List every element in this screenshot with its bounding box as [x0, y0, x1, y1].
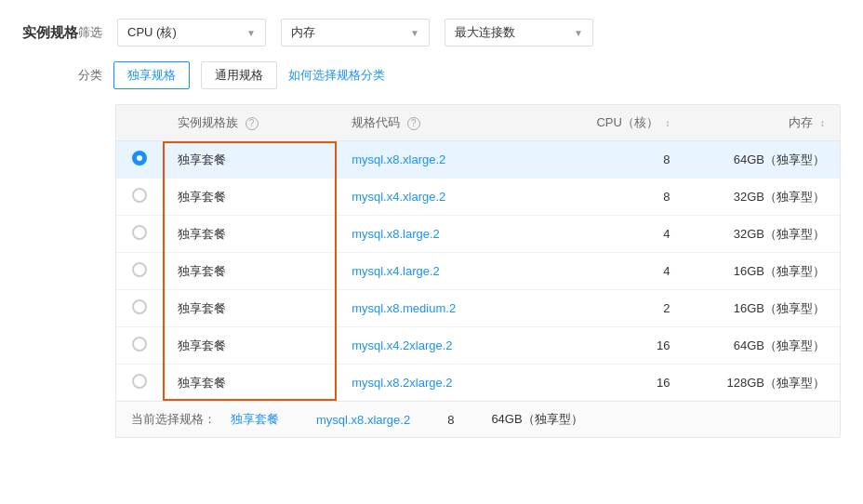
- col-header-code: 规格代码 ?: [337, 105, 530, 141]
- row-family: 独享套餐: [163, 179, 337, 216]
- row-cpu: 4: [530, 253, 684, 290]
- page-title: 实例规格: [22, 24, 78, 40]
- row-code: mysql.x4.large.2: [337, 253, 530, 290]
- row-radio-cell: [116, 141, 163, 179]
- family-highlight-box: [163, 289, 337, 327]
- status-bar-memory: 64GB（独享型）: [491, 411, 582, 428]
- category-label: 分类: [78, 67, 102, 84]
- row-family: 独享套餐: [163, 141, 337, 179]
- family-highlight-box: [163, 215, 337, 253]
- row-memory: 32GB（独享型）: [685, 179, 840, 216]
- row-memory: 16GB（独享型）: [685, 290, 840, 327]
- row-radio-cell: [116, 365, 163, 402]
- radio-button[interactable]: [132, 151, 147, 166]
- col-header-radio: [116, 105, 163, 141]
- row-cpu: 8: [530, 141, 684, 179]
- row-memory: 64GB（独享型）: [685, 141, 840, 179]
- row-family: 独享套餐: [163, 365, 337, 402]
- code-info-icon[interactable]: ?: [407, 117, 420, 130]
- col-header-family: 实例规格族 ?: [163, 105, 337, 141]
- maxconn-filter-chevron-icon: ▼: [574, 28, 583, 38]
- status-bar-cpu: 8: [447, 413, 454, 427]
- row-code: mysql.x8.medium.2: [337, 290, 530, 327]
- maxconn-filter-label: 最大连接数: [455, 24, 515, 41]
- radio-button[interactable]: [132, 337, 147, 351]
- table-row[interactable]: 独享套餐mysql.x8.xlarge.2864GB（独享型）: [116, 141, 840, 179]
- row-code: mysql.x4.2xlarge.2: [337, 327, 530, 365]
- cpu-filter-label: CPU (核): [127, 24, 177, 41]
- row-cpu: 2: [530, 290, 684, 327]
- row-family: 独享套餐: [163, 327, 337, 365]
- row-family: 独享套餐: [163, 216, 337, 253]
- maxconn-filter-select[interactable]: 最大连接数 ▼: [445, 19, 593, 46]
- family-highlight-box: [163, 326, 337, 365]
- cpu-filter-select[interactable]: CPU (核) ▼: [117, 19, 266, 46]
- cpu-sort-icon[interactable]: ↕: [666, 118, 670, 128]
- filter-label: 筛选: [78, 24, 102, 41]
- memory-sort-icon[interactable]: ↕: [820, 118, 825, 128]
- row-cpu: 4: [530, 216, 684, 253]
- family-highlight-box: [163, 252, 337, 290]
- row-code: mysql.x8.2xlarge.2: [337, 365, 530, 402]
- help-category-link[interactable]: 如何选择规格分类: [288, 67, 385, 84]
- row-radio-cell: [116, 290, 163, 327]
- memory-filter-label: 内存: [291, 24, 315, 41]
- radio-button[interactable]: [132, 262, 147, 277]
- table-row[interactable]: 独享套餐mysql.x8.medium.2216GB（独享型）: [116, 290, 840, 327]
- family-info-icon[interactable]: ?: [246, 117, 259, 130]
- col-header-memory: 内存 ↕: [685, 105, 840, 141]
- status-bar-label: 当前选择规格：: [131, 411, 216, 428]
- table-row[interactable]: 独享套餐mysql.x4.large.2416GB（独享型）: [116, 253, 840, 290]
- row-memory: 32GB（独享型）: [685, 216, 840, 253]
- status-bar-code: mysql.x8.xlarge.2: [316, 413, 410, 427]
- row-cpu: 16: [530, 327, 684, 365]
- memory-filter-select[interactable]: 内存 ▼: [281, 19, 430, 46]
- radio-button[interactable]: [132, 225, 147, 240]
- family-highlight-box: [163, 141, 337, 179]
- row-radio-cell: [116, 327, 163, 365]
- row-code: mysql.x4.xlarge.2: [337, 179, 530, 216]
- family-highlight-box: [163, 178, 337, 216]
- row-code: mysql.x8.large.2: [337, 216, 530, 253]
- row-memory: 16GB（独享型）: [685, 253, 840, 290]
- row-radio-cell: [116, 179, 163, 216]
- status-bar: 当前选择规格： 独享套餐 mysql.x8.xlarge.2 8 64GB（独享…: [116, 401, 840, 437]
- row-radio-cell: [116, 216, 163, 253]
- row-family: 独享套餐: [163, 253, 337, 290]
- general-spec-button[interactable]: 通用规格: [201, 61, 277, 89]
- table-row[interactable]: 独享套餐mysql.x4.xlarge.2832GB（独享型）: [116, 179, 840, 216]
- table-row[interactable]: 独享套餐mysql.x4.2xlarge.21664GB（独享型）: [116, 327, 840, 365]
- table-row[interactable]: 独享套餐mysql.x8.2xlarge.216128GB（独享型）: [116, 365, 840, 402]
- radio-button[interactable]: [132, 299, 147, 314]
- col-header-cpu: CPU（核） ↕: [530, 105, 684, 141]
- family-highlight-box: [163, 364, 337, 401]
- row-cpu: 8: [530, 179, 684, 216]
- memory-filter-chevron-icon: ▼: [410, 28, 419, 38]
- row-memory: 128GB（独享型）: [685, 365, 840, 402]
- row-code: mysql.x8.xlarge.2: [337, 141, 530, 179]
- radio-button[interactable]: [132, 188, 147, 203]
- cpu-filter-chevron-icon: ▼: [246, 28, 256, 38]
- radio-button[interactable]: [132, 374, 147, 389]
- row-radio-cell: [116, 253, 163, 290]
- row-cpu: 16: [530, 365, 684, 402]
- row-memory: 64GB（独享型）: [685, 327, 840, 365]
- table-row[interactable]: 独享套餐mysql.x8.large.2432GB（独享型）: [116, 216, 840, 253]
- status-bar-family: 独享套餐: [231, 411, 279, 428]
- exclusive-spec-button[interactable]: 独享规格: [113, 61, 190, 89]
- row-family: 独享套餐: [163, 290, 337, 327]
